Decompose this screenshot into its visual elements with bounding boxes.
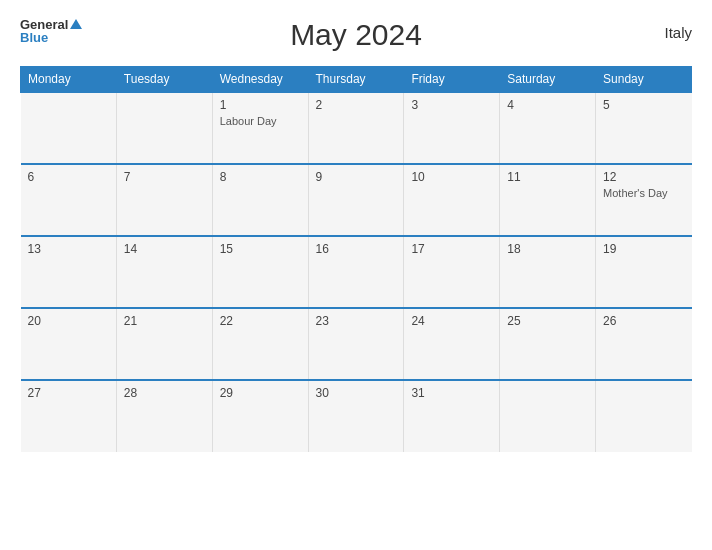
day-number: 29 <box>220 386 301 400</box>
calendar-cell: 31 <box>404 380 500 452</box>
calendar-cell: 4 <box>500 92 596 164</box>
day-number: 25 <box>507 314 588 328</box>
day-number: 27 <box>28 386 109 400</box>
calendar-cell: 19 <box>596 236 692 308</box>
calendar-cell: 12Mother's Day <box>596 164 692 236</box>
calendar-week-row: 6789101112Mother's Day <box>21 164 692 236</box>
day-number: 7 <box>124 170 205 184</box>
calendar-cell: 15 <box>212 236 308 308</box>
calendar-cell: 26 <box>596 308 692 380</box>
col-thursday: Thursday <box>308 67 404 93</box>
day-number: 3 <box>411 98 492 112</box>
calendar-week-row: 1Labour Day2345 <box>21 92 692 164</box>
calendar-header-row: Monday Tuesday Wednesday Thursday Friday… <box>21 67 692 93</box>
col-friday: Friday <box>404 67 500 93</box>
calendar-cell: 13 <box>21 236 117 308</box>
calendar-cell: 10 <box>404 164 500 236</box>
holiday-name: Labour Day <box>220 115 301 127</box>
calendar-cell: 3 <box>404 92 500 164</box>
country-label: Italy <box>664 24 692 41</box>
calendar-cell <box>21 92 117 164</box>
calendar-title: May 2024 <box>290 18 422 52</box>
calendar-cell: 9 <box>308 164 404 236</box>
calendar-cell: 20 <box>21 308 117 380</box>
day-number: 1 <box>220 98 301 112</box>
calendar-cell: 6 <box>21 164 117 236</box>
day-number: 22 <box>220 314 301 328</box>
day-number: 24 <box>411 314 492 328</box>
logo-blue-text: Blue <box>20 31 48 44</box>
calendar-cell: 27 <box>21 380 117 452</box>
day-number: 18 <box>507 242 588 256</box>
calendar-cell: 16 <box>308 236 404 308</box>
holiday-name: Mother's Day <box>603 187 684 199</box>
day-number: 6 <box>28 170 109 184</box>
calendar-week-row: 13141516171819 <box>21 236 692 308</box>
day-number: 13 <box>28 242 109 256</box>
calendar-cell: 22 <box>212 308 308 380</box>
day-number: 31 <box>411 386 492 400</box>
day-number: 2 <box>316 98 397 112</box>
day-number: 5 <box>603 98 684 112</box>
calendar-cell: 29 <box>212 380 308 452</box>
calendar-cell: 5 <box>596 92 692 164</box>
calendar-cell: 23 <box>308 308 404 380</box>
calendar-cell <box>500 380 596 452</box>
calendar-page: General Blue May 2024 Italy Monday Tuesd… <box>0 0 712 550</box>
day-number: 11 <box>507 170 588 184</box>
day-number: 8 <box>220 170 301 184</box>
col-wednesday: Wednesday <box>212 67 308 93</box>
calendar-cell: 30 <box>308 380 404 452</box>
day-number: 23 <box>316 314 397 328</box>
calendar-cell: 14 <box>116 236 212 308</box>
day-number: 10 <box>411 170 492 184</box>
day-number: 21 <box>124 314 205 328</box>
calendar-cell: 24 <box>404 308 500 380</box>
day-number: 14 <box>124 242 205 256</box>
day-number: 12 <box>603 170 684 184</box>
calendar-cell <box>116 92 212 164</box>
calendar-cell: 18 <box>500 236 596 308</box>
calendar-cell: 2 <box>308 92 404 164</box>
calendar-cell <box>596 380 692 452</box>
calendar-table: Monday Tuesday Wednesday Thursday Friday… <box>20 66 692 452</box>
calendar-cell: 7 <box>116 164 212 236</box>
logo: General Blue <box>20 18 82 44</box>
calendar-week-row: 2728293031 <box>21 380 692 452</box>
calendar-cell: 8 <box>212 164 308 236</box>
day-number: 26 <box>603 314 684 328</box>
calendar-week-row: 20212223242526 <box>21 308 692 380</box>
calendar-cell: 21 <box>116 308 212 380</box>
day-number: 30 <box>316 386 397 400</box>
header: General Blue May 2024 Italy <box>20 18 692 52</box>
col-saturday: Saturday <box>500 67 596 93</box>
calendar-body: 1Labour Day23456789101112Mother's Day131… <box>21 92 692 452</box>
calendar-cell: 1Labour Day <box>212 92 308 164</box>
logo-triangle-icon <box>70 19 82 29</box>
calendar-cell: 25 <box>500 308 596 380</box>
day-number: 4 <box>507 98 588 112</box>
col-monday: Monday <box>21 67 117 93</box>
day-number: 28 <box>124 386 205 400</box>
col-sunday: Sunday <box>596 67 692 93</box>
day-number: 15 <box>220 242 301 256</box>
calendar-cell: 17 <box>404 236 500 308</box>
calendar-cell: 11 <box>500 164 596 236</box>
day-number: 16 <box>316 242 397 256</box>
col-tuesday: Tuesday <box>116 67 212 93</box>
calendar-cell: 28 <box>116 380 212 452</box>
day-number: 17 <box>411 242 492 256</box>
day-number: 9 <box>316 170 397 184</box>
day-number: 20 <box>28 314 109 328</box>
day-number: 19 <box>603 242 684 256</box>
